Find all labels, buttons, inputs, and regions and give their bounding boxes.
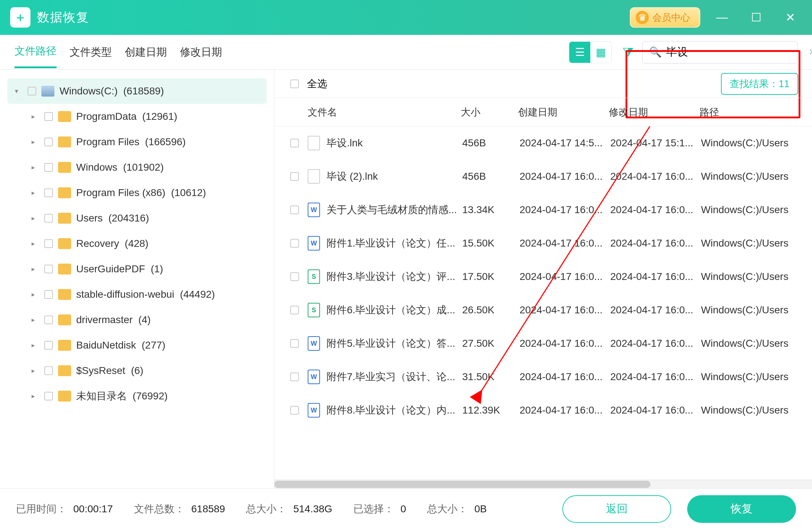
col-size[interactable]: 大小 [461,106,518,119]
row-checkbox[interactable] [290,239,299,248]
tree-item[interactable]: ▸stable-diffusion-webui (44492) [7,282,267,307]
caret-right-icon[interactable]: ▸ [27,240,39,248]
tree-item[interactable]: ▸$SysReset (6) [7,358,267,383]
file-row[interactable]: W附件5.毕业设计（论文）答...27.50K2024-04-17 16:0..… [274,327,812,360]
tab-2[interactable]: 创建日期 [125,37,167,68]
row-checkbox[interactable] [290,339,299,348]
col-cdate[interactable]: 创建日期 [518,106,609,119]
row-checkbox[interactable] [290,306,299,314]
caret-right-icon[interactable]: ▸ [27,316,39,324]
tree-item-count: (428) [125,238,148,249]
checkbox[interactable] [44,214,53,223]
caret-right-icon[interactable]: ▸ [27,163,39,171]
file-path: Windows(C:)/Users [701,237,798,249]
tree-item-count: (101902) [123,162,164,173]
file-mdate: 2024-04-17 16:0... [610,338,701,349]
tab-0[interactable]: 文件路径 [15,36,57,68]
search-input[interactable] [666,46,804,58]
caret-right-icon[interactable]: ▸ [27,138,39,146]
tree-item[interactable]: ▸Program Files (166596) [7,129,267,155]
file-name: 附件1.毕业设计（论文）任... [327,236,462,250]
app-name: 数据恢复 [37,9,89,26]
minimize-button[interactable]: — [715,11,729,24]
file-row[interactable]: 毕设.lnk456B2024-04-17 14:5...2024-04-17 1… [274,126,812,160]
tree-item[interactable]: ▸Windows (101902) [7,155,267,180]
tree-item[interactable]: ▸BaiduNetdisk (277) [7,333,267,358]
vip-button[interactable]: ♛ 会员中心 [630,7,700,28]
row-checkbox[interactable] [290,373,299,381]
checkbox[interactable] [44,316,53,324]
row-checkbox[interactable] [290,172,299,181]
tree-item[interactable]: ▸Users (204316) [7,206,267,231]
list-view-button[interactable]: ☰ [569,42,590,63]
caret-right-icon[interactable]: ▸ [27,189,39,197]
checkbox[interactable] [44,366,53,375]
col-name[interactable]: 文件名 [308,106,461,119]
checkbox[interactable] [44,112,53,121]
file-row[interactable]: 毕设 (2).lnk456B2024-04-17 16:0...2024-04-… [274,160,812,193]
tree-item-label: ProgramData [76,111,137,122]
checkbox[interactable] [44,239,53,248]
row-checkbox[interactable] [290,139,299,147]
tree-root-label: Windows(C:) [60,85,118,97]
tree-item-count: (10612) [171,187,206,199]
file-name: 关于人类与毛绒材质的情感... [327,203,462,217]
back-button[interactable]: 返回 [562,495,671,523]
row-checkbox[interactable] [290,206,299,214]
file-row[interactable]: W附件1.毕业设计（论文）任...15.50K2024-04-17 16:0..… [274,227,812,260]
tree-item-label: Program Files (x86) [76,187,165,199]
tree-root[interactable]: ▾ Windows(C:) (618589) [7,78,267,104]
maximize-button[interactable]: ☐ [749,11,763,24]
checkbox[interactable] [44,265,53,273]
file-row[interactable]: S附件3.毕业设计（论文）评...17.50K2024-04-17 16:0..… [274,260,812,293]
file-mdate: 2024-04-17 16:0... [610,404,701,416]
tree-item[interactable]: ▸Recovery (428) [7,231,267,256]
tree-item[interactable]: ▸UserGuidePDF (1) [7,256,267,282]
checkbox[interactable] [44,138,53,146]
tab-3[interactable]: 修改日期 [180,37,222,68]
tree-item-count: (12961) [142,111,177,122]
caret-right-icon[interactable]: ▸ [27,290,39,298]
checkbox[interactable] [44,392,53,400]
recover-button[interactable]: 恢复 [687,495,796,523]
caret-right-icon[interactable]: ▸ [27,265,39,273]
file-row[interactable]: W关于人类与毛绒材质的情感...13.34K2024-04-17 16:0...… [274,193,812,227]
tree-item[interactable]: ▸Program Files (x86) (10612) [7,180,267,206]
search-box[interactable]: 🔍 ✕ [642,41,797,64]
file-size: 456B [462,137,520,149]
clear-search-icon[interactable]: ✕ [808,46,812,58]
col-path[interactable]: 路径 [700,106,798,119]
row-checkbox[interactable] [290,406,299,415]
col-mdate[interactable]: 修改日期 [609,106,700,119]
file-path: Windows(C:)/Users [701,338,798,349]
checkbox[interactable] [44,341,53,350]
checkbox[interactable] [44,290,53,299]
caret-right-icon[interactable]: ▸ [27,113,39,121]
folder-icon [58,289,71,300]
file-row[interactable]: W附件8.毕业设计（论文）内...112.39K2024-04-17 16:0.… [274,394,812,427]
caret-right-icon[interactable]: ▸ [27,367,39,375]
file-name: 附件8.毕业设计（论文）内... [327,403,462,417]
caret-down-icon[interactable]: ▾ [10,87,22,95]
caret-right-icon[interactable]: ▸ [27,392,39,400]
tab-1[interactable]: 文件类型 [70,37,112,68]
tree-item[interactable]: ▸ProgramData (12961) [7,104,267,129]
column-header: 文件名 大小 创建日期 修改日期 路径 [274,98,812,126]
file-row[interactable]: S附件6.毕业设计（论文）成...26.50K2024-04-17 16:0..… [274,293,812,327]
scrollbar-thumb[interactable] [274,481,651,488]
selsize-label: 总大小： [427,502,468,516]
caret-right-icon[interactable]: ▸ [27,341,39,349]
filter-icon[interactable]: ⧩ [623,45,633,60]
checkbox[interactable] [28,87,36,95]
tree-item[interactable]: ▸drivermaster (4) [7,307,267,333]
caret-right-icon[interactable]: ▸ [27,214,39,222]
close-button[interactable]: ✕ [783,11,797,24]
checkbox[interactable] [44,188,53,197]
horizontal-scrollbar[interactable] [274,480,812,488]
select-all-checkbox[interactable] [290,80,299,88]
row-checkbox[interactable] [290,272,299,281]
file-row[interactable]: W附件7.毕业实习（设计、论...31.50K2024-04-17 16:0..… [274,360,812,394]
grid-view-button[interactable]: ▦ [590,42,611,63]
checkbox[interactable] [44,163,53,172]
tree-item[interactable]: ▸未知目录名 (76992) [7,383,267,409]
